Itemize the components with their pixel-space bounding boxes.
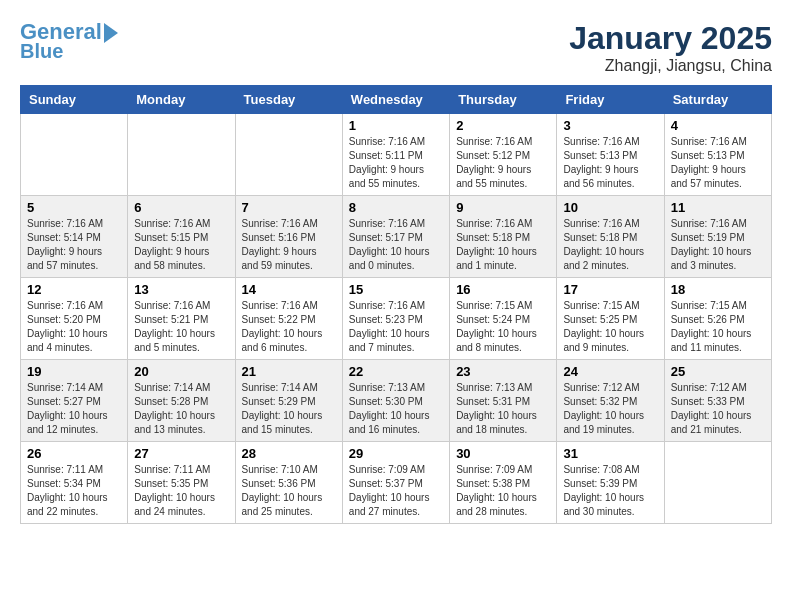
cell-date-number: 28 [242, 446, 336, 461]
cell-date-number: 12 [27, 282, 121, 297]
cell-date-number: 2 [456, 118, 550, 133]
cell-date-number: 21 [242, 364, 336, 379]
calendar-cell: 24Sunrise: 7:12 AMSunset: 5:32 PMDayligh… [557, 360, 664, 442]
cell-date-number: 4 [671, 118, 765, 133]
weekday-header-friday: Friday [557, 86, 664, 114]
cell-info: Sunrise: 7:16 AMSunset: 5:22 PMDaylight:… [242, 299, 336, 355]
calendar-cell: 1Sunrise: 7:16 AMSunset: 5:11 PMDaylight… [342, 114, 449, 196]
cell-date-number: 6 [134, 200, 228, 215]
cell-info: Sunrise: 7:16 AMSunset: 5:14 PMDaylight:… [27, 217, 121, 273]
cell-info: Sunrise: 7:16 AMSunset: 5:17 PMDaylight:… [349, 217, 443, 273]
cell-info: Sunrise: 7:16 AMSunset: 5:13 PMDaylight:… [563, 135, 657, 191]
cell-info: Sunrise: 7:16 AMSunset: 5:19 PMDaylight:… [671, 217, 765, 273]
cell-date-number: 8 [349, 200, 443, 215]
cell-date-number: 26 [27, 446, 121, 461]
cell-info: Sunrise: 7:09 AMSunset: 5:37 PMDaylight:… [349, 463, 443, 519]
month-title: January 2025 [569, 20, 772, 57]
calendar-cell: 13Sunrise: 7:16 AMSunset: 5:21 PMDayligh… [128, 278, 235, 360]
cell-info: Sunrise: 7:16 AMSunset: 5:11 PMDaylight:… [349, 135, 443, 191]
cell-date-number: 7 [242, 200, 336, 215]
calendar-cell: 19Sunrise: 7:14 AMSunset: 5:27 PMDayligh… [21, 360, 128, 442]
calendar-cell: 10Sunrise: 7:16 AMSunset: 5:18 PMDayligh… [557, 196, 664, 278]
cell-info: Sunrise: 7:14 AMSunset: 5:27 PMDaylight:… [27, 381, 121, 437]
calendar-week-row: 12Sunrise: 7:16 AMSunset: 5:20 PMDayligh… [21, 278, 772, 360]
calendar-week-row: 26Sunrise: 7:11 AMSunset: 5:34 PMDayligh… [21, 442, 772, 524]
calendar-cell [128, 114, 235, 196]
cell-date-number: 20 [134, 364, 228, 379]
calendar-cell: 12Sunrise: 7:16 AMSunset: 5:20 PMDayligh… [21, 278, 128, 360]
cell-info: Sunrise: 7:15 AMSunset: 5:26 PMDaylight:… [671, 299, 765, 355]
cell-info: Sunrise: 7:09 AMSunset: 5:38 PMDaylight:… [456, 463, 550, 519]
cell-info: Sunrise: 7:16 AMSunset: 5:20 PMDaylight:… [27, 299, 121, 355]
cell-info: Sunrise: 7:12 AMSunset: 5:32 PMDaylight:… [563, 381, 657, 437]
cell-info: Sunrise: 7:15 AMSunset: 5:24 PMDaylight:… [456, 299, 550, 355]
calendar-cell: 17Sunrise: 7:15 AMSunset: 5:25 PMDayligh… [557, 278, 664, 360]
calendar-week-row: 1Sunrise: 7:16 AMSunset: 5:11 PMDaylight… [21, 114, 772, 196]
cell-date-number: 3 [563, 118, 657, 133]
cell-date-number: 1 [349, 118, 443, 133]
calendar-cell: 5Sunrise: 7:16 AMSunset: 5:14 PMDaylight… [21, 196, 128, 278]
calendar-cell: 7Sunrise: 7:16 AMSunset: 5:16 PMDaylight… [235, 196, 342, 278]
calendar-cell: 15Sunrise: 7:16 AMSunset: 5:23 PMDayligh… [342, 278, 449, 360]
cell-info: Sunrise: 7:10 AMSunset: 5:36 PMDaylight:… [242, 463, 336, 519]
cell-date-number: 16 [456, 282, 550, 297]
calendar-cell [21, 114, 128, 196]
calendar-cell: 2Sunrise: 7:16 AMSunset: 5:12 PMDaylight… [450, 114, 557, 196]
weekday-header-thursday: Thursday [450, 86, 557, 114]
cell-date-number: 24 [563, 364, 657, 379]
cell-date-number: 17 [563, 282, 657, 297]
weekday-header-wednesday: Wednesday [342, 86, 449, 114]
calendar-cell: 9Sunrise: 7:16 AMSunset: 5:18 PMDaylight… [450, 196, 557, 278]
cell-info: Sunrise: 7:16 AMSunset: 5:18 PMDaylight:… [456, 217, 550, 273]
page-header: General Blue January 2025 Zhangji, Jiang… [20, 20, 772, 75]
calendar-cell: 26Sunrise: 7:11 AMSunset: 5:34 PMDayligh… [21, 442, 128, 524]
calendar-cell: 3Sunrise: 7:16 AMSunset: 5:13 PMDaylight… [557, 114, 664, 196]
calendar-cell: 20Sunrise: 7:14 AMSunset: 5:28 PMDayligh… [128, 360, 235, 442]
cell-date-number: 23 [456, 364, 550, 379]
cell-info: Sunrise: 7:13 AMSunset: 5:30 PMDaylight:… [349, 381, 443, 437]
cell-info: Sunrise: 7:16 AMSunset: 5:21 PMDaylight:… [134, 299, 228, 355]
title-block: January 2025 Zhangji, Jiangsu, China [569, 20, 772, 75]
calendar-cell: 22Sunrise: 7:13 AMSunset: 5:30 PMDayligh… [342, 360, 449, 442]
cell-info: Sunrise: 7:16 AMSunset: 5:16 PMDaylight:… [242, 217, 336, 273]
calendar-cell: 21Sunrise: 7:14 AMSunset: 5:29 PMDayligh… [235, 360, 342, 442]
cell-date-number: 31 [563, 446, 657, 461]
calendar-cell: 25Sunrise: 7:12 AMSunset: 5:33 PMDayligh… [664, 360, 771, 442]
calendar-cell: 29Sunrise: 7:09 AMSunset: 5:37 PMDayligh… [342, 442, 449, 524]
cell-info: Sunrise: 7:14 AMSunset: 5:29 PMDaylight:… [242, 381, 336, 437]
calendar-cell: 8Sunrise: 7:16 AMSunset: 5:17 PMDaylight… [342, 196, 449, 278]
cell-info: Sunrise: 7:16 AMSunset: 5:13 PMDaylight:… [671, 135, 765, 191]
weekday-header-monday: Monday [128, 86, 235, 114]
cell-date-number: 25 [671, 364, 765, 379]
calendar-cell: 16Sunrise: 7:15 AMSunset: 5:24 PMDayligh… [450, 278, 557, 360]
cell-date-number: 5 [27, 200, 121, 215]
calendar-cell [235, 114, 342, 196]
cell-date-number: 19 [27, 364, 121, 379]
cell-info: Sunrise: 7:16 AMSunset: 5:12 PMDaylight:… [456, 135, 550, 191]
calendar-cell: 31Sunrise: 7:08 AMSunset: 5:39 PMDayligh… [557, 442, 664, 524]
location-title: Zhangji, Jiangsu, China [569, 57, 772, 75]
weekday-header-saturday: Saturday [664, 86, 771, 114]
cell-info: Sunrise: 7:16 AMSunset: 5:23 PMDaylight:… [349, 299, 443, 355]
cell-date-number: 18 [671, 282, 765, 297]
calendar-table: SundayMondayTuesdayWednesdayThursdayFrid… [20, 85, 772, 524]
weekday-header-tuesday: Tuesday [235, 86, 342, 114]
weekday-header-sunday: Sunday [21, 86, 128, 114]
cell-info: Sunrise: 7:12 AMSunset: 5:33 PMDaylight:… [671, 381, 765, 437]
calendar-cell: 4Sunrise: 7:16 AMSunset: 5:13 PMDaylight… [664, 114, 771, 196]
calendar-cell: 11Sunrise: 7:16 AMSunset: 5:19 PMDayligh… [664, 196, 771, 278]
calendar-cell: 14Sunrise: 7:16 AMSunset: 5:22 PMDayligh… [235, 278, 342, 360]
calendar-cell: 28Sunrise: 7:10 AMSunset: 5:36 PMDayligh… [235, 442, 342, 524]
cell-date-number: 13 [134, 282, 228, 297]
cell-date-number: 30 [456, 446, 550, 461]
cell-date-number: 22 [349, 364, 443, 379]
cell-info: Sunrise: 7:11 AMSunset: 5:35 PMDaylight:… [134, 463, 228, 519]
cell-date-number: 10 [563, 200, 657, 215]
logo: General Blue [20, 20, 118, 62]
cell-info: Sunrise: 7:08 AMSunset: 5:39 PMDaylight:… [563, 463, 657, 519]
cell-date-number: 14 [242, 282, 336, 297]
cell-date-number: 29 [349, 446, 443, 461]
calendar-week-row: 19Sunrise: 7:14 AMSunset: 5:27 PMDayligh… [21, 360, 772, 442]
cell-info: Sunrise: 7:16 AMSunset: 5:15 PMDaylight:… [134, 217, 228, 273]
calendar-cell: 6Sunrise: 7:16 AMSunset: 5:15 PMDaylight… [128, 196, 235, 278]
